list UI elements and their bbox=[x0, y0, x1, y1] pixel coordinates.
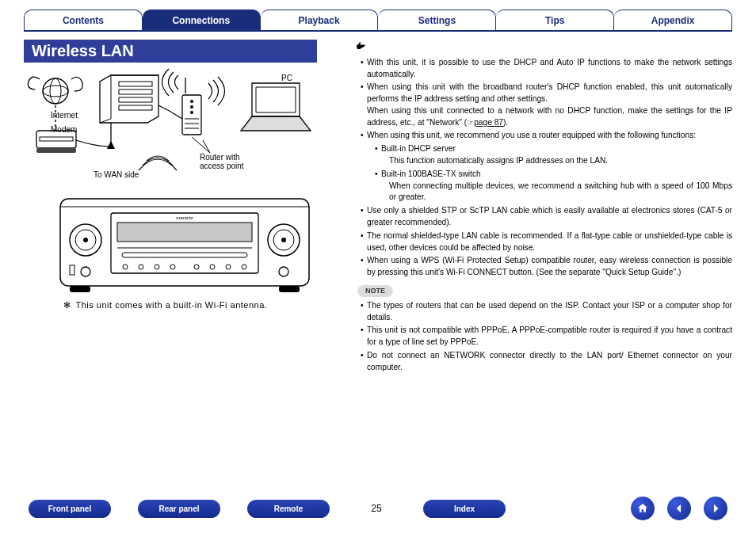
tip-item: When using this unit, we recommend you u… bbox=[361, 130, 732, 204]
label-internet: Internet bbox=[51, 111, 78, 120]
svg-rect-36 bbox=[111, 213, 258, 273]
tab-contents[interactable]: Contents bbox=[24, 10, 143, 30]
svg-point-32 bbox=[281, 238, 286, 242]
svg-rect-37 bbox=[117, 223, 252, 242]
svg-text:marantz: marantz bbox=[176, 215, 193, 220]
svg-point-17 bbox=[190, 100, 193, 103]
asterisk-note: ✻ This unit comes with a built-in Wi-Fi … bbox=[24, 300, 345, 310]
pill-remote[interactable]: Remote bbox=[247, 500, 330, 518]
svg-rect-50 bbox=[279, 286, 300, 292]
label-router-ap: Router with access point bbox=[200, 153, 244, 170]
svg-point-18 bbox=[190, 105, 193, 109]
svg-point-1 bbox=[43, 86, 68, 97]
sub-tip-item: Built-in DHCP server This function autom… bbox=[375, 143, 732, 167]
note-item: This unit is not compatible with PPPoE. … bbox=[361, 325, 732, 348]
svg-point-19 bbox=[190, 111, 193, 114]
note-item: The types of routers that can be used de… bbox=[361, 300, 732, 324]
svg-line-24 bbox=[192, 137, 210, 153]
tab-playback[interactable]: Playback bbox=[261, 10, 379, 30]
sub-tip-item: Built-in 100BASE-TX switch When connecti… bbox=[375, 169, 732, 204]
pill-index[interactable]: Index bbox=[423, 500, 506, 518]
tip-item: Use only a shielded STP or ScTP LAN cabl… bbox=[361, 205, 732, 229]
tip-item: When using this unit with the broadband … bbox=[361, 82, 732, 128]
tip-item: With this unit, it is possible to use th… bbox=[361, 57, 732, 81]
footer-nav: Front panel Rear panel Remote 25 Index bbox=[0, 497, 756, 520]
asterisk-mark: ✻ bbox=[63, 300, 71, 310]
page-ref-link[interactable]: page 87 bbox=[474, 118, 503, 127]
next-icon[interactable] bbox=[704, 497, 727, 520]
sub-tip-head: Built-in DHCP server bbox=[381, 144, 456, 153]
sub-tip-desc: When connecting multiple devices, we rec… bbox=[381, 181, 732, 204]
tip-text: When using this unit, we recommend you u… bbox=[367, 131, 696, 139]
home-icon[interactable] bbox=[631, 497, 655, 520]
tab-appendix[interactable]: Appendix bbox=[614, 10, 732, 30]
pill-front-panel[interactable]: Front panel bbox=[29, 500, 111, 518]
top-tabs: Contents Connections Playback Settings T… bbox=[24, 10, 732, 32]
section-title: Wireless LAN bbox=[24, 40, 317, 63]
svg-rect-6 bbox=[36, 148, 76, 153]
tab-connections[interactable]: Connections bbox=[143, 10, 261, 30]
page-number: 25 bbox=[357, 503, 396, 514]
label-pc: PC bbox=[281, 74, 292, 82]
note-list: The types of routers that can be used de… bbox=[356, 300, 732, 374]
hand-icon bbox=[356, 40, 732, 55]
pill-rear-panel[interactable]: Rear panel bbox=[138, 500, 220, 518]
label-modem: Modem bbox=[51, 125, 77, 134]
svg-point-2 bbox=[50, 78, 61, 104]
svg-marker-7 bbox=[107, 141, 115, 149]
sub-tip-desc: This function automatically assigns IP a… bbox=[381, 155, 732, 167]
tab-settings[interactable]: Settings bbox=[378, 10, 496, 30]
network-diagram: Internet Modem To WAN side Router with a… bbox=[24, 67, 345, 186]
svg-rect-49 bbox=[70, 286, 90, 292]
tip-text: When using this unit with the broadband … bbox=[367, 82, 732, 126]
note-badge: NOTE bbox=[357, 285, 393, 297]
svg-point-0 bbox=[43, 78, 68, 104]
device-illustration: marantz bbox=[46, 192, 323, 295]
svg-line-23 bbox=[203, 140, 210, 153]
tab-tips[interactable]: Tips bbox=[496, 10, 614, 30]
prev-icon[interactable] bbox=[667, 497, 691, 520]
note-item: Do not connect an NETWORK connector dire… bbox=[361, 350, 732, 374]
tip-item: When using a WPS (Wi-Fi Protected Setup)… bbox=[361, 255, 732, 279]
label-to-wan: To WAN side bbox=[94, 170, 139, 179]
sub-tip-head: Built-in 100BASE-TX switch bbox=[381, 169, 481, 178]
tips-list: With this unit, it is possible to use th… bbox=[356, 57, 732, 279]
asterisk-text: This unit comes with a built-in Wi-Fi an… bbox=[76, 300, 268, 310]
tip-item: The normal shielded-type LAN cable is re… bbox=[361, 230, 732, 254]
svg-point-29 bbox=[83, 238, 88, 242]
